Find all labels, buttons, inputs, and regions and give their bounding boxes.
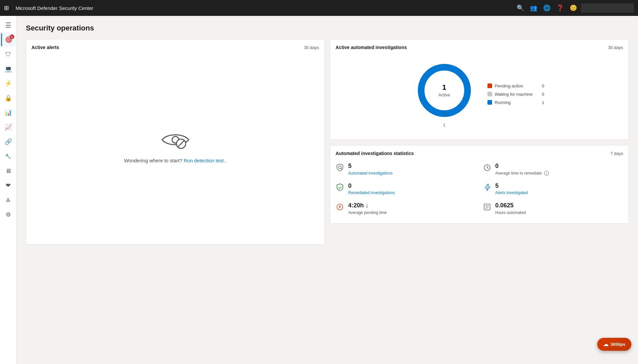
info-icon[interactable]: i: [544, 171, 549, 176]
avg-time-label: Average time to remediate i: [495, 171, 549, 176]
sidebar-item-integrations[interactable]: 🔧: [1, 150, 16, 163]
sidebar-item-alerts[interactable]: ⚡: [1, 77, 16, 90]
investigations-card-title: Active automated investigations: [336, 45, 407, 50]
clock-orange-icon: P: [336, 203, 344, 213]
auto-inv-label[interactable]: Automated investigations: [348, 171, 393, 176]
avg-time-value: 0: [495, 163, 549, 170]
alerts-empty-state: Wondering where to start? Run detection …: [32, 54, 319, 239]
svg-line-7: [341, 168, 342, 169]
dashboard-grid: Active alerts 30 days: [26, 39, 629, 244]
sidebar-item-devices[interactable]: 💻: [1, 62, 16, 76]
donut-label: Active: [438, 92, 450, 97]
sidebar: ☰ 🎯 1 🛡 💻 ⚡ 🔒 📊 📈 🔗 🔧 🖥 ❤ 🖧 ⚙: [0, 16, 17, 364]
main-layout: ☰ 🎯 1 🛡 💻 ⚡ 🔒 📊 📈 🔗 🔧 🖥 ❤ 🖧 ⚙ Security o…: [0, 16, 638, 364]
list-check-icon: [483, 203, 491, 213]
investigations-card-header: Active automated investigations 30 days: [336, 45, 623, 50]
donut-number: 1: [438, 83, 450, 92]
chart-legend: Pending action 0 Waiting for machine 0 R…: [487, 83, 544, 105]
clock-icon: [483, 163, 491, 174]
alerts-card-title: Active alerts: [32, 45, 59, 50]
content-area: Security operations Active alerts 30 day…: [17, 16, 638, 364]
donut-bottom: 1: [415, 123, 474, 128]
empty-text: Wondering where to start? Run detection …: [124, 158, 226, 163]
dashboard-badge: 1: [10, 34, 14, 39]
stat-remediated: 0 Remediated investigations: [336, 182, 476, 196]
remediated-label[interactable]: Remediated investigations: [348, 190, 395, 195]
page-title: Security operations: [26, 24, 629, 32]
shield-search-icon: [336, 163, 344, 174]
sidebar-item-health[interactable]: ❤: [1, 179, 16, 192]
shield-check-icon: [336, 183, 344, 194]
svg-text:P: P: [339, 205, 341, 209]
sidebar-item-settings[interactable]: ⚙: [1, 208, 16, 221]
stats-card-title: Automated investigations statistics: [336, 151, 414, 156]
stat-auto-investigations: 5 Automated investigations: [336, 163, 476, 176]
hours-auto-value: 0.0625: [495, 202, 526, 209]
waiting-color: [487, 92, 492, 96]
running-label: Running: [495, 100, 511, 105]
search-icon[interactable]: 🔍: [517, 4, 524, 12]
hours-auto-label: Hours automated: [495, 210, 526, 215]
top-nav: ⊞ Microsoft Defender Security Center 🔍 👥…: [0, 0, 638, 16]
sidebar-item-partners[interactable]: 🔗: [1, 135, 16, 148]
running-color: [487, 100, 492, 105]
no-alerts-icon: [160, 130, 190, 151]
auto-inv-value: 5: [348, 163, 393, 170]
people-icon[interactable]: 👥: [530, 4, 537, 12]
donut-center: 1 Active: [438, 83, 450, 98]
alerts-card-period: 30 days: [304, 45, 319, 50]
sidebar-item-reports[interactable]: 📊: [1, 106, 16, 119]
waiting-count: 0: [535, 92, 544, 97]
alerts-inv-value: 5: [495, 182, 528, 190]
investigations-card: Active automated investigations 30 days: [330, 39, 629, 140]
stats-grid: 5 Automated investigations: [336, 160, 623, 218]
stat-avg-time: 0 Average time to remediate i: [483, 163, 623, 176]
stat-pending-time: P 4:20h ↓ Average pending time: [336, 202, 476, 215]
pending-time-label: Average pending time: [348, 210, 387, 215]
globe-icon[interactable]: 🌐: [543, 4, 550, 12]
stat-hours-automated: 0.0625 Hours automated: [483, 202, 623, 215]
bolt-icon: [483, 183, 491, 194]
stats-card: Automated investigations statistics 7 da…: [330, 145, 629, 224]
active-alerts-card: Active alerts 30 days: [26, 39, 325, 244]
run-detection-link[interactable]: Run detection test..: [184, 158, 226, 163]
legend-item-waiting[interactable]: Waiting for machine 0: [487, 92, 544, 97]
legend-item-pending[interactable]: Pending action 0: [487, 83, 544, 88]
donut-chart: 1 Active: [415, 61, 474, 120]
legend-item-running[interactable]: Running 1: [487, 100, 544, 105]
sidebar-item-menu[interactable]: ☰: [1, 19, 16, 32]
stats-card-period: 7 days: [610, 151, 623, 156]
app-title: Microsoft Defender Security Center: [16, 5, 513, 11]
tips-badge[interactable]: ☁ 365tips: [597, 338, 631, 351]
pending-label: Pending action: [495, 83, 523, 88]
pending-count: 0: [535, 83, 544, 88]
sidebar-item-monitoring[interactable]: 🖥: [1, 164, 16, 178]
waiting-label: Waiting for machine: [495, 92, 533, 97]
sidebar-item-security[interactable]: 🔒: [1, 91, 16, 105]
stats-card-header: Automated investigations statistics 7 da…: [336, 151, 623, 156]
stat-alerts-investigated: 5 Alerts investigated: [483, 182, 623, 196]
investigations-card-period: 30 days: [608, 45, 623, 50]
sidebar-item-analytics[interactable]: 📈: [1, 121, 16, 134]
svg-line-10: [487, 168, 488, 168]
top-search-input[interactable]: [581, 3, 634, 13]
alerts-card-header: Active alerts 30 days: [32, 45, 319, 50]
remediated-value: 0: [348, 182, 395, 190]
help-icon[interactable]: ❓: [556, 4, 564, 12]
alerts-inv-label[interactable]: Alerts investigated: [495, 190, 528, 195]
smiley-icon[interactable]: 😊: [570, 4, 577, 12]
office-icon: ☁: [603, 341, 608, 347]
pending-color: [487, 83, 492, 88]
pending-time-value: 4:20h ↓: [348, 202, 387, 209]
sidebar-item-hardware[interactable]: 🖧: [1, 193, 16, 207]
chart-area: 1 Active 1 Pending action: [336, 54, 623, 134]
tips-label: 365tips: [610, 342, 625, 347]
nav-icons: 🔍 👥 🌐 ❓ 😊: [517, 4, 577, 12]
grid-icon[interactable]: ⊞: [4, 4, 9, 12]
running-count: 1: [535, 100, 544, 105]
sidebar-item-dashboard[interactable]: 🎯 1: [1, 33, 16, 46]
sidebar-item-shield[interactable]: 🛡: [1, 48, 16, 61]
